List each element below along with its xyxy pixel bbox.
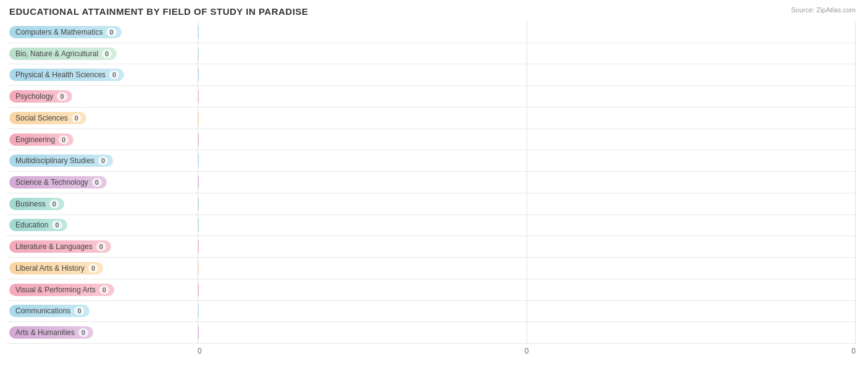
- bar-row: Liberal Arts & History 0: [6, 258, 856, 279]
- bar-row: Arts & Humanities 0: [6, 322, 856, 344]
- bar-label-business: Business: [15, 200, 46, 208]
- bar-label-communications: Communications: [15, 307, 70, 315]
- bar-fill-social: [198, 111, 199, 125]
- bar-pill-computers: Computers & Mathematics 0: [9, 26, 122, 38]
- bar-chart-area-literature: [198, 237, 856, 256]
- bar-pill-arts: Arts & Humanities 0: [9, 326, 93, 339]
- bar-label-multidisciplinary: Multidisciplinary Studies: [15, 156, 94, 165]
- bar-pill-business: Business 0: [9, 198, 64, 210]
- bar-pill-education: Education 0: [9, 219, 67, 231]
- bar-chart-area-engineering: [198, 130, 856, 149]
- bar-chart-area-psychology: [198, 87, 856, 106]
- bar-value-bio: 0: [102, 49, 112, 58]
- bars-container: Computers & Mathematics 0 Bio, Nature & …: [6, 22, 856, 344]
- bar-pill-liberal: Liberal Arts & History 0: [9, 262, 103, 274]
- bar-row: Computers & Mathematics 0: [6, 22, 856, 43]
- bar-value-education: 0: [52, 221, 62, 229]
- bar-value-visual: 0: [99, 286, 109, 294]
- bar-chart-area-social: [198, 109, 856, 127]
- bar-pill-bio: Bio, Nature & Agricultural 0: [9, 48, 117, 60]
- bar-label-area: Computers & Mathematics 0: [6, 24, 198, 40]
- bar-chart-area-science: [198, 173, 856, 192]
- bar-label-area: Literature & Languages 0: [6, 239, 198, 255]
- bar-label-arts: Arts & Humanities: [15, 328, 75, 337]
- bar-fill-visual: [198, 283, 199, 297]
- bar-pill-visual: Visual & Performing Arts 0: [9, 284, 114, 296]
- bar-pill-communications: Communications 0: [9, 305, 90, 317]
- bar-row: Literature & Languages 0: [6, 236, 856, 258]
- bar-pill-social: Social Sciences 0: [9, 112, 86, 124]
- bar-label-area: Engineering 0: [6, 132, 198, 148]
- bar-chart-area-education: [198, 216, 856, 234]
- bar-label-area: Arts & Humanities 0: [6, 324, 198, 341]
- chart-area: Computers & Mathematics 0 Bio, Nature & …: [6, 22, 856, 362]
- bar-label-physical: Physical & Health Sciences: [15, 70, 106, 79]
- bar-row: Visual & Performing Arts 0: [6, 279, 856, 301]
- bar-value-engineering: 0: [59, 135, 69, 144]
- bar-row: Science & Technology 0: [6, 172, 856, 193]
- bar-row: Communications 0: [6, 301, 856, 323]
- bar-chart-area-visual: [198, 281, 856, 299]
- bar-row: Physical & Health Sciences 0: [6, 64, 856, 86]
- bar-pill-psychology: Psychology 0: [9, 90, 72, 103]
- bar-fill-physical: [198, 68, 199, 82]
- x-label-1: 0: [198, 347, 202, 362]
- bar-fill-science: [198, 176, 199, 189]
- bar-chart-area-communications: [198, 302, 856, 320]
- bar-value-social: 0: [72, 114, 81, 122]
- bar-label-bio: Bio, Nature & Agricultural: [15, 49, 98, 58]
- bar-label-literature: Literature & Languages: [15, 242, 93, 251]
- bar-value-multidisciplinary: 0: [98, 156, 108, 165]
- bar-label-area: Visual & Performing Arts 0: [6, 282, 198, 298]
- chart-title: EDUCATIONAL ATTAINMENT BY FIELD OF STUDY…: [6, 6, 856, 17]
- bar-label-area: Psychology 0: [6, 88, 198, 104]
- bar-fill-bio: [198, 47, 199, 61]
- bar-pill-multidisciplinary: Multidisciplinary Studies 0: [9, 155, 113, 167]
- bar-row: Bio, Nature & Agricultural 0: [6, 43, 856, 65]
- bar-chart-area-bio: [198, 45, 856, 63]
- bar-label-area: Bio, Nature & Agricultural 0: [6, 46, 198, 62]
- bar-label-area: Liberal Arts & History 0: [6, 260, 198, 276]
- bar-value-computers: 0: [106, 28, 116, 36]
- bar-row: Psychology 0: [6, 86, 856, 108]
- bar-row: Multidisciplinary Studies 0: [6, 150, 856, 172]
- bar-value-literature: 0: [96, 242, 106, 251]
- bar-fill-engineering: [198, 133, 199, 146]
- bar-chart-area-computers: [198, 23, 856, 41]
- bar-fill-literature: [198, 240, 199, 253]
- bar-chart-area-liberal: [198, 259, 856, 278]
- bar-fill-business: [198, 197, 199, 211]
- bar-label-area: Social Sciences 0: [6, 110, 198, 126]
- bar-fill-communications: [198, 304, 199, 318]
- x-label-3: 0: [851, 347, 856, 362]
- source-label: Source: ZipAtlas.com: [791, 6, 856, 14]
- bar-value-arts: 0: [78, 328, 88, 337]
- bar-fill-education: [198, 218, 199, 232]
- bar-label-area: Business 0: [6, 196, 198, 212]
- bar-value-communications: 0: [74, 307, 84, 315]
- bar-pill-physical: Physical & Health Sciences 0: [9, 69, 124, 81]
- bar-row: Social Sciences 0: [6, 108, 856, 129]
- bar-label-area: Education 0: [6, 217, 198, 233]
- bar-value-business: 0: [49, 200, 59, 208]
- bar-fill-computers: [198, 25, 199, 39]
- bar-pill-science: Science & Technology 0: [9, 176, 107, 189]
- bar-chart-area-arts: [198, 323, 856, 342]
- bar-chart-area-multidisciplinary: [198, 151, 856, 170]
- bar-fill-multidisciplinary: [198, 154, 199, 167]
- bar-row: Business 0: [6, 193, 856, 215]
- bar-label-psychology: Psychology: [15, 92, 53, 101]
- bar-row: Engineering 0: [6, 129, 856, 151]
- bar-pill-engineering: Engineering 0: [9, 134, 73, 146]
- x-axis: 0 0 0: [198, 344, 856, 362]
- bar-label-area: Multidisciplinary Studies 0: [6, 153, 198, 169]
- bar-fill-liberal: [198, 261, 199, 275]
- bar-value-science: 0: [92, 178, 102, 187]
- bar-label-social: Social Sciences: [15, 114, 68, 122]
- x-label-2: 0: [525, 347, 529, 362]
- bar-fill-arts: [198, 326, 199, 339]
- bar-label-area: Physical & Health Sciences 0: [6, 67, 198, 83]
- bar-label-computers: Computers & Mathematics: [15, 28, 102, 36]
- bar-chart-area-business: [198, 195, 856, 213]
- bar-fill-psychology: [198, 90, 199, 103]
